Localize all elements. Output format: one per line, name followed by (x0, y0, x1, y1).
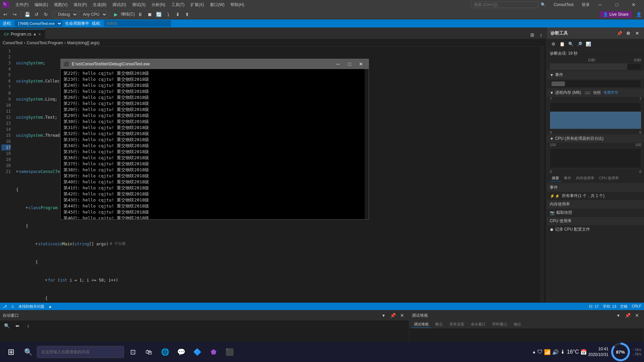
taskbar-edge[interactable]: 🔷 (190, 345, 205, 359)
taskbar-search-input[interactable] (37, 346, 124, 358)
redo-button[interactable]: ↻ (42, 10, 50, 18)
menu-build[interactable]: 生成(B) (90, 1, 109, 8)
diag-tab-memory[interactable]: 内存使用率 (574, 175, 596, 182)
cpu-dropdown[interactable]: Any CPU (79, 11, 107, 18)
menu-right: 🔍 ConsolTest 登录 ─ □ ✕ (471, 0, 641, 9)
diag-chart-icon[interactable]: 📊 (585, 40, 592, 48)
menu-test[interactable]: 测试(S) (129, 1, 148, 8)
tab-close-button[interactable]: ✕ (38, 33, 41, 36)
debug-tab-output[interactable]: 输出 (512, 321, 523, 328)
console-line: 第22行: hello cqjtu! 重交物联2018级 (63, 70, 362, 76)
debug-tab-stack[interactable]: 调试堆栈 (412, 321, 431, 328)
diag-events-icon[interactable]: 📋 (558, 40, 566, 48)
maximize-button[interactable]: □ (609, 0, 625, 9)
start-button[interactable]: ⊞ (3, 344, 19, 360)
step-into-button[interactable]: ⬇ (174, 10, 182, 18)
diag-pin-button[interactable]: 📌 (616, 29, 623, 37)
menu-window[interactable]: 窗口(W) (207, 1, 227, 8)
start-button[interactable]: ▶ (112, 10, 120, 18)
menu-project[interactable]: 项目(P) (71, 1, 90, 8)
events-section-header[interactable]: ▼ 事件 (547, 71, 644, 79)
menu-extensions[interactable]: 扩展(X) (188, 1, 207, 8)
cpu-usage-header[interactable]: CPU 使用率 (547, 217, 644, 225)
diag-close-button[interactable]: ✕ (633, 29, 641, 37)
expand-editor-button[interactable]: ↕ (537, 31, 545, 39)
memory-section-header[interactable]: ▼ 进程内存 (MB) GC 快照 专用字节 (547, 88, 644, 97)
debug-mode-dropdown[interactable]: Debug (54, 11, 78, 18)
tab-program-cs[interactable]: C# Program.cs ● ✕ (0, 29, 45, 39)
events-summary-header[interactable]: 事件 (547, 183, 644, 192)
debug-close-btn[interactable]: ✕ (633, 311, 641, 319)
breadcrumb-namespace[interactable]: ConsolTest (3, 41, 22, 45)
debug-dropdown-btn[interactable]: ▾ (614, 311, 622, 319)
menu-view[interactable]: 视图(V) (51, 1, 70, 8)
search-input[interactable] (471, 1, 538, 8)
menu-tools[interactable]: 工具(T) (169, 1, 187, 8)
minimize-button[interactable]: ─ (592, 0, 608, 9)
diag-settings-button[interactable]: ⚙ (625, 29, 632, 37)
memory-usage-header[interactable]: 内存使用率 (547, 200, 644, 208)
forward-button[interactable]: ↪ (11, 10, 19, 18)
step-out-button[interactable]: ⬆ (183, 10, 191, 18)
debug-controls: ▾ 📌 ✕ (614, 311, 641, 319)
console-maximize-button[interactable]: □ (344, 60, 355, 68)
profile-button[interactable]: 👤 (635, 10, 643, 18)
back-button[interactable]: ↩ (1, 10, 9, 18)
taskbar-store[interactable]: 🛍 (142, 345, 156, 359)
undo-button[interactable]: ↺ (33, 10, 41, 18)
console-scrollbar[interactable] (365, 69, 369, 219)
auto-window-dropdown[interactable]: ▾ (379, 311, 387, 319)
save-all-button[interactable]: 💾 (23, 10, 31, 18)
menu-debug[interactable]: 调试(D) (110, 1, 129, 8)
auto-expand-button[interactable]: ↕ (24, 322, 32, 330)
console-close-button[interactable]: ✕ (356, 60, 366, 68)
login-button[interactable]: 登录 (582, 2, 590, 8)
taskbar-vs[interactable]: ⬟ (206, 345, 221, 359)
cpu-section-header[interactable]: ▼ CPU (所有处理器的百分比) (547, 134, 644, 143)
menu-edit[interactable]: 编辑(E) (32, 1, 51, 8)
liveshare-button[interactable]: 👤 Live Share (600, 11, 632, 18)
auto-window-pin[interactable]: 📌 (389, 311, 397, 319)
menu-file[interactable]: 文件(F) (13, 1, 31, 8)
auto-nav-button[interactable]: ⬅ (13, 322, 21, 330)
taskbar-browser[interactable]: 🌐 (158, 345, 172, 359)
taskbar-search-icon[interactable]: 🔍 (21, 345, 36, 359)
diag-tab-cpu[interactable]: CPU 使用率 (597, 175, 621, 182)
restart-button[interactable]: 🔄 (155, 10, 163, 18)
snapshot-btn-label: 截取快照 (556, 210, 572, 216)
pause-button[interactable]: ⏸ (136, 10, 144, 18)
diag-search-icon[interactable]: 🔍 (567, 40, 575, 48)
record-cpu-button[interactable]: ⏺ 记录 CPU 配置文件 (547, 225, 644, 234)
taskbar-task-view[interactable]: ⊡ (125, 345, 140, 359)
debug-tab-exceptions[interactable]: 异常设置 (447, 321, 466, 328)
breadcrumb-class[interactable]: ConsolTest.Program (26, 41, 63, 45)
diag-settings-icon[interactable]: ⚙ (550, 40, 557, 48)
taskbar-wechat[interactable]: 💬 (174, 345, 189, 359)
split-editor-button[interactable]: ⊞ (528, 31, 536, 39)
breadcrumb-method[interactable]: Main(string[] args) (67, 41, 100, 45)
auto-window-close[interactable]: ✕ (398, 311, 406, 319)
taskbar-terminal[interactable]: ⬛ (222, 345, 237, 359)
diag-tab-events[interactable]: 事件 (562, 175, 573, 182)
menu-help[interactable]: 帮助(H) (228, 1, 247, 8)
stop-button[interactable]: ⏹ (146, 10, 154, 18)
debug-tab-breakpoints[interactable]: 断点 (433, 321, 445, 328)
debug-tab-immediate[interactable]: 即时窗口 (490, 321, 509, 328)
debug-pin-btn[interactable]: 📌 (624, 311, 632, 319)
editor-scrollbar[interactable] (540, 47, 544, 310)
auto-filter-button[interactable]: 🔍 (3, 322, 11, 330)
menu-analyze[interactable]: 分析(N) (149, 1, 168, 8)
diag-filter-icon[interactable]: 🔎 (576, 40, 583, 48)
snapshot-button[interactable]: 📷 截取快照 (547, 208, 644, 217)
process-dropdown[interactable]: [7668] ConsolTest.exe (14, 20, 62, 27)
step-over-button[interactable]: ⤵ (164, 10, 172, 18)
console-minimize-button[interactable]: ─ (333, 60, 343, 68)
thread-search[interactable] (104, 20, 171, 27)
tab-modified-icon: ● (33, 32, 36, 37)
code-line-11: ▼static void Main(string[] args)0 个引用 (16, 241, 538, 247)
cpu-badge[interactable]: 87% (611, 343, 630, 361)
close-button[interactable]: ✕ (626, 0, 641, 9)
debug-tab-command[interactable]: 命令窗口 (469, 321, 488, 328)
diag-tab-summary[interactable]: 摘要 (550, 175, 561, 182)
tray-arrow-icon[interactable]: ▲ (532, 350, 536, 354)
